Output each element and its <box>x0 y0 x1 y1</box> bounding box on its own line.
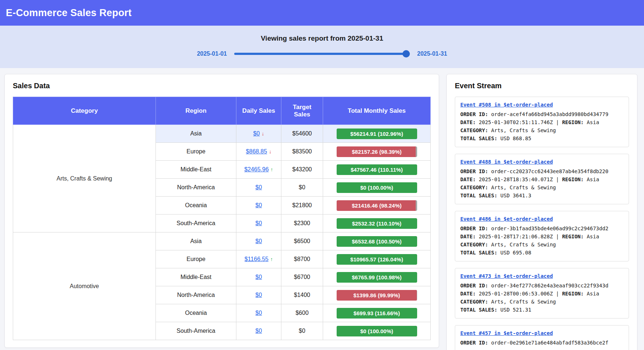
daily-sales-link[interactable]: $0 <box>255 184 262 190</box>
monthly-sales-cell: $0 (100.00%) <box>323 322 431 340</box>
region-cell: Asia <box>156 125 236 143</box>
date-slider-thumb[interactable] <box>402 50 410 57</box>
trend-up-icon: ↑ <box>270 167 273 172</box>
daily-sales-link[interactable]: $0 <box>255 202 262 208</box>
field-label: TOTAL SALES: <box>460 193 497 198</box>
date-slider-track[interactable] <box>234 53 410 55</box>
event-link[interactable]: Event #488 in $et-order-placed <box>460 159 553 165</box>
event-category: CATEGORY: Arts, Crafts & Sewing <box>460 241 624 249</box>
monthly-sales-cell: $56214.91 (102.96%) <box>323 125 431 143</box>
target-sales-cell: $2300 <box>281 215 323 232</box>
monthly-sales-badge: $0 (100.00%) <box>337 182 417 193</box>
event-stream-title: Event Stream <box>455 82 629 90</box>
monthly-sales-cell: $47567.46 (110.11%) <box>323 161 431 179</box>
monthly-sales-cell: $10965.57 (126.04%) <box>323 250 431 268</box>
monthly-sales-badge: $10965.57 (126.04%) <box>337 254 417 265</box>
daily-sales-link[interactable]: $0 <box>255 328 262 334</box>
daily-sales-cell: $0 <box>236 215 281 232</box>
column-header: Category <box>13 97 156 125</box>
event-date-region: DATE: 2025-01-28T17:21:06.828Z | REGION:… <box>460 232 624 241</box>
event-link[interactable]: Event #457 in $et-order-placed <box>460 330 553 336</box>
badge-text: $0 (100.00%) <box>337 326 417 336</box>
field-label: REGION: <box>562 234 584 239</box>
event-order-id: ORDER ID: order-34ef277c862e4a3eaaf903cc… <box>460 282 624 290</box>
event-link[interactable]: Event #508 in $et-order-placed <box>460 102 553 108</box>
daily-sales-cell: $1166.55↑ <box>236 250 281 268</box>
badge-text: $2532.32 (110.10%) <box>337 218 417 229</box>
target-sales-cell: $8700 <box>281 250 323 268</box>
daily-sales-link[interactable]: $0 <box>255 310 262 316</box>
monthly-sales-cell: $699.93 (116.66%) <box>323 304 431 322</box>
event-link[interactable]: Event #473 in $et-order-placed <box>460 273 553 279</box>
event-date-region: DATE: 2025-01-28T00:06:53.006Z | REGION:… <box>460 290 624 298</box>
monthly-sales-badge: $47567.46 (110.11%) <box>337 164 417 175</box>
field-label: TOTAL SALES: <box>460 250 497 256</box>
column-header: Total Monthly Sales <box>323 97 431 125</box>
target-sales-cell: $0 <box>281 179 323 197</box>
daily-sales-link[interactable]: $0 <box>255 274 262 280</box>
daily-sales-cell: $2465.96↑ <box>236 161 281 179</box>
slider-min-label: 2025-01-01 <box>197 51 227 57</box>
monthly-sales-cell: $21416.46 (98.24%) <box>323 197 431 215</box>
trend-up-icon: ↑ <box>270 256 273 262</box>
event-total-sales: TOTAL SALES: USD 521.31 <box>460 306 624 314</box>
event-stream-panel: Event Stream Event #508 in $et-order-pla… <box>446 74 637 350</box>
daily-sales-link[interactable]: $2465.96 <box>244 166 269 172</box>
trend-down-icon: ↓ <box>262 131 264 137</box>
region-cell: North-America <box>156 179 236 197</box>
event-card: Event #457 in $et-order-placedORDER ID: … <box>455 325 629 350</box>
badge-text: $10965.57 (126.04%) <box>337 254 417 265</box>
field-label: CATEGORY: <box>460 242 488 247</box>
sales-table: CategoryRegionDaily SalesTarget SalesTot… <box>13 97 431 340</box>
date-slider-row: 2025-01-01 2025-01-31 <box>0 51 644 57</box>
daily-sales-link[interactable]: $0 <box>255 220 262 226</box>
monthly-sales-badge: $2532.32 (110.10%) <box>337 218 417 229</box>
region-cell: Middle-East <box>156 268 236 286</box>
column-header: Daily Sales <box>236 97 281 125</box>
field-label: CATEGORY: <box>460 299 488 305</box>
table-header-row: CategoryRegionDaily SalesTarget SalesTot… <box>13 97 431 125</box>
target-sales-cell: $6500 <box>281 232 323 250</box>
badge-text: $1399.86 (99.99%) <box>337 290 417 301</box>
event-date-region: DATE: 2025-01-28T18:35:40.071Z | REGION:… <box>460 175 624 183</box>
monthly-sales-cell: $6765.99 (100.98%) <box>323 268 431 286</box>
daily-sales-cell: $0 <box>236 232 281 250</box>
event-order-id: ORDER ID: order-0e2961e71a6e484abfadf583… <box>460 339 624 347</box>
field-label: ORDER ID: <box>460 168 488 174</box>
monthly-sales-badge: $21416.46 (98.24%) <box>337 200 417 211</box>
badge-text: $699.93 (116.66%) <box>337 308 417 319</box>
field-label: DATE: <box>460 234 476 239</box>
field-label: DATE: <box>460 176 476 182</box>
event-order-id: ORDER ID: order-3b1faad35bde4e06ad99c2c2… <box>460 224 624 232</box>
daily-sales-cell: $0↓ <box>236 125 281 143</box>
event-date-region: DATE: 2025-01-30T02:51:11.746Z | REGION:… <box>460 118 624 126</box>
event-card: Event #488 in $et-order-placedORDER ID: … <box>455 154 629 204</box>
slider-max-label: 2025-01-31 <box>417 51 447 57</box>
target-sales-cell: $83500 <box>281 143 323 161</box>
app-header: E-Commerce Sales Report <box>0 0 644 26</box>
region-cell: South-America <box>156 322 236 340</box>
field-label: CATEGORY: <box>460 185 488 190</box>
event-total-sales: TOTAL SALES: USD 695.08 <box>460 249 624 257</box>
daily-sales-cell: $0 <box>236 304 281 322</box>
daily-sales-link[interactable]: $1166.55 <box>244 256 269 262</box>
event-link[interactable]: Event #486 in $et-order-placed <box>460 216 553 222</box>
table-row: AutomotiveAsia$0$6500$6532.68 (100.50%) <box>13 232 431 250</box>
event-order-id: ORDER ID: order-acef4fa66bd945a3abdd9980… <box>460 110 624 118</box>
main-content: Sales Data CategoryRegionDaily SalesTarg… <box>0 68 644 350</box>
target-sales-cell: $600 <box>281 304 323 322</box>
daily-sales-link[interactable]: $0 <box>255 238 262 244</box>
field-label: DATE: <box>460 291 476 297</box>
daily-sales-cell: $868.85↓ <box>236 143 281 161</box>
daily-sales-cell: $0 <box>236 286 281 304</box>
daily-sales-link[interactable]: $0 <box>253 130 260 137</box>
event-category: CATEGORY: Arts, Crafts & Sewing <box>460 126 624 134</box>
field-label: REGION: <box>562 119 584 125</box>
field-label: DATE: <box>460 119 476 125</box>
daily-sales-link[interactable]: $0 <box>255 292 262 298</box>
region-cell: Oceania <box>156 304 236 322</box>
daily-sales-link[interactable]: $868.85 <box>246 148 267 154</box>
field-label: CATEGORY: <box>460 127 488 133</box>
target-sales-cell: $0 <box>281 322 323 340</box>
daily-sales-cell: $0 <box>236 197 281 215</box>
